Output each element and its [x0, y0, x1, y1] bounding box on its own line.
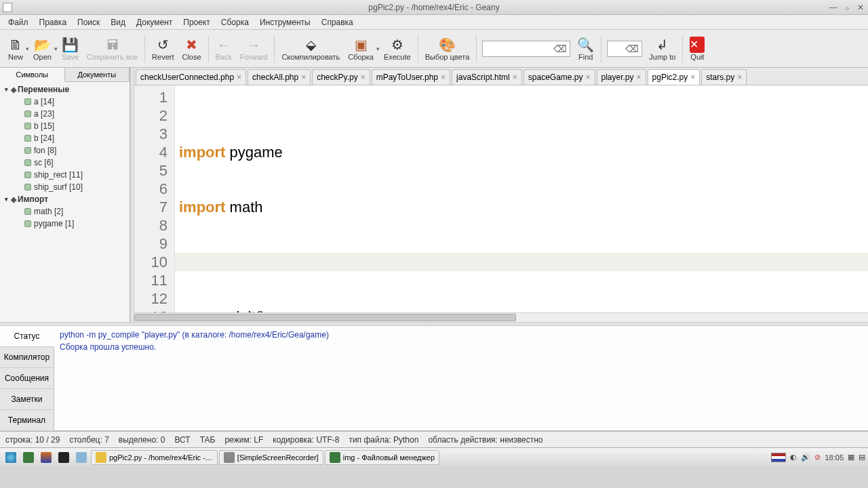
editor-tab[interactable]: checkAll.php× [248, 69, 311, 85]
clock[interactable]: 18:05 [825, 453, 844, 462]
new-button[interactable]: 🗎New [4, 31, 27, 66]
symbol-var[interactable]: ship_rect [11] [0, 169, 130, 181]
tray-icon[interactable]: ⊘ [814, 453, 821, 462]
editor-tab[interactable]: stars.py× [701, 69, 747, 85]
symbol-category-import[interactable]: ▾◆Импорт [0, 193, 130, 205]
taskbar-firefox[interactable] [38, 450, 54, 465]
symbol-var[interactable]: fon [8] [0, 144, 130, 157]
desktop-icon [76, 452, 87, 463]
tab-symbols[interactable]: Символы [0, 68, 65, 82]
revert-icon: ↺ [157, 37, 169, 53]
code-editor[interactable]: 123 456 789 101112 13 import pygame impo… [134, 85, 868, 312]
jump-line-input[interactable]: ⌫ [607, 41, 642, 57]
quit-button[interactable]: ✕Quit [686, 31, 709, 66]
start-menu-button[interactable] [3, 450, 19, 465]
menu-view[interactable]: Вид [105, 16, 131, 28]
scrollbar-thumb[interactable] [134, 314, 516, 321]
tab-notes[interactable]: Заметки [0, 389, 54, 410]
collapse-icon[interactable]: ▾ [3, 196, 9, 203]
editor-tab[interactable]: checkPy.py× [312, 69, 370, 85]
taskbar-app-geany[interactable]: pgPic2.py - /home/rex4/Eric -… [91, 450, 218, 465]
menu-help[interactable]: Справка [316, 16, 359, 28]
forward-arrow-icon: → [247, 37, 260, 53]
close-button[interactable]: ✖Close [178, 31, 205, 66]
taskbar-terminal[interactable] [56, 450, 72, 465]
tray-icon[interactable]: ▤ [859, 453, 865, 462]
color-picker-button[interactable]: 🎨Выбор цвета [421, 31, 474, 66]
editor-h-scrollbar[interactable] [134, 312, 868, 322]
close-window-button[interactable]: ✕ [856, 3, 865, 12]
open-button[interactable]: 📂Open [29, 31, 56, 66]
menu-edit[interactable]: Правка [34, 16, 73, 28]
editor-tab[interactable]: javaScript.html× [452, 69, 522, 85]
close-tab-icon[interactable]: × [690, 73, 695, 82]
import-icon [24, 220, 31, 227]
menu-project[interactable]: Проект [178, 16, 216, 28]
close-tab-icon[interactable]: × [361, 73, 366, 82]
build-button[interactable]: ▣Сборка [344, 31, 378, 66]
execute-button[interactable]: ⚙Execute [380, 31, 415, 66]
status-enc: кодировка: UTF-8 [273, 435, 339, 445]
find-input[interactable]: ⌫ [482, 41, 570, 57]
close-tab-icon[interactable]: × [737, 73, 742, 82]
symbol-var[interactable]: ship_surf [10] [0, 181, 130, 193]
symbol-category-variables[interactable]: ▾◆Переменные [0, 83, 130, 96]
menu-document[interactable]: Документ [131, 16, 178, 28]
close-tab-icon[interactable]: × [637, 73, 642, 82]
desktop-taskbar: pgPic2.py - /home/rex4/Eric -… [SimpleSc… [0, 447, 868, 466]
editor-tab[interactable]: mPayToUser.php× [372, 69, 450, 85]
taskbar-file-manager[interactable] [20, 450, 37, 465]
var-icon [24, 110, 31, 117]
menu-tools[interactable]: Инструменты [254, 16, 316, 28]
tab-compiler[interactable]: Компилятор [0, 347, 54, 368]
taskbar-desktop[interactable] [73, 450, 90, 465]
symbol-var[interactable]: b [15] [0, 120, 130, 132]
tab-documents[interactable]: Документы [65, 68, 130, 81]
var-icon [24, 147, 31, 154]
menu-file[interactable]: Файл [3, 16, 34, 28]
close-tab-icon[interactable]: × [513, 73, 517, 82]
tab-terminal[interactable]: Терминал [0, 410, 54, 431]
recorder-icon [224, 452, 235, 463]
minimize-button[interactable]: — [829, 3, 838, 12]
editor-tab[interactable]: checkUserConnected.php× [136, 69, 246, 85]
collapse-icon[interactable]: ▾ [3, 86, 9, 93]
system-tray: ◐ 🔊 ⊘ 18:05 ▦ ▤ [771, 453, 865, 462]
status-tab: ТАБ [200, 435, 216, 445]
symbol-var[interactable]: a [23] [0, 108, 130, 120]
menu-search[interactable]: Поиск [72, 16, 105, 28]
jump-button[interactable]: ↲Jump to [645, 31, 679, 66]
tab-messages[interactable]: Сообщения [0, 368, 54, 389]
clear-icon[interactable]: ⌫ [625, 43, 639, 54]
close-tab-icon[interactable]: × [586, 73, 591, 82]
tray-icon[interactable]: ▦ [848, 453, 854, 462]
symbol-var[interactable]: a [14] [0, 96, 130, 108]
symbol-var[interactable]: sc [6] [0, 157, 130, 169]
tab-status[interactable]: Статус [0, 326, 54, 347]
editor-tab-active[interactable]: pgPic2.py× [648, 69, 701, 85]
clear-icon[interactable]: ⌫ [553, 43, 567, 54]
symbol-import[interactable]: pygame [1] [0, 218, 130, 230]
maximize-button[interactable]: ⬦ [842, 3, 852, 12]
compile-button[interactable]: ⬙Скомпилировать [277, 31, 344, 66]
editor-tab[interactable]: player.py× [597, 69, 646, 85]
close-tab-icon[interactable]: × [441, 73, 446, 82]
volume-icon[interactable]: 🔊 [801, 453, 810, 462]
close-tab-icon[interactable]: × [237, 73, 241, 82]
menu-build[interactable]: Сборка [216, 16, 254, 28]
keyboard-layout-icon[interactable] [771, 453, 786, 462]
window-title: pgPic2.py - /home/rex4/Eric - Geany [368, 3, 499, 12]
taskbar-app-recorder[interactable]: [SimpleScreenRecorder] [219, 450, 323, 465]
taskbar-app-filemgr[interactable]: img - Файловый менеджер [325, 450, 439, 465]
revert-button[interactable]: ↺Revert [148, 31, 178, 66]
status-output[interactable]: python -m py_compile "player.py" (в ката… [54, 326, 868, 430]
code-content[interactable]: import pygame import math pygame.init() … [175, 85, 868, 312]
symbol-var[interactable]: b [24] [0, 132, 130, 144]
save-button: 💾Save [58, 31, 83, 66]
geany-icon [96, 452, 106, 463]
find-button[interactable]: 🔍Find [573, 31, 598, 66]
tray-icon[interactable]: ◐ [790, 453, 797, 462]
symbol-import[interactable]: math [2] [0, 205, 130, 218]
editor-tab[interactable]: spaceGame.py× [524, 69, 595, 85]
close-tab-icon[interactable]: × [301, 73, 306, 82]
